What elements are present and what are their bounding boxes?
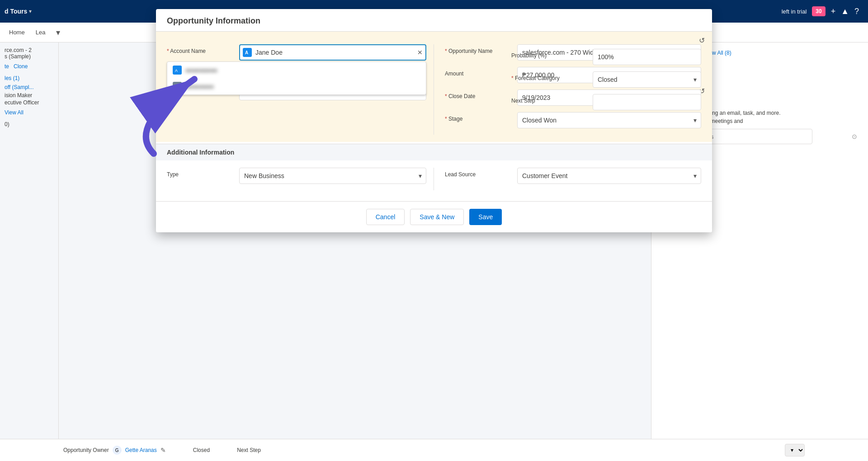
probability-input-wrap (593, 49, 701, 65)
additional-section-wrap: Additional Information Type New Business… (167, 144, 701, 194)
cancel-button[interactable]: Cancel (366, 209, 405, 225)
forecast-label: Forecast Category (511, 71, 593, 81)
type-input-wrap: New Business --None-- Existing Business (239, 168, 426, 184)
probability-label: Probability (%) (511, 49, 593, 59)
stage-label: Stage (445, 112, 517, 122)
forecast-select-wrap: Closed Omitted Pipeline Best Case Commit (593, 71, 701, 88)
dropdown-item-text-1: ●●●●●●●●● (185, 67, 217, 74)
dropdown-item-icon-1: A (173, 66, 182, 75)
reset-icon-top[interactable]: ↺ (699, 36, 705, 45)
account-type-icon: A (243, 48, 252, 57)
additional-col-right: Lead Source Customer Event --None-- Web … (434, 168, 701, 190)
type-select-wrap: New Business --None-- Existing Business (239, 168, 426, 184)
modal-backdrop: Opportunity Information ↺ Account Name (0, 0, 868, 461)
additional-col-left: Type New Business --None-- Existing Busi… (167, 168, 434, 190)
field-row-forecast: Forecast Category Closed Omitted Pipelin… (511, 71, 701, 88)
dropdown-item-2[interactable]: ⏱ ●●●●●●●● (167, 78, 426, 94)
lead-source-label: Lead Source (445, 168, 517, 178)
forecast-select[interactable]: Closed Omitted Pipeline Best Case Commit (593, 71, 701, 88)
form-col-left: Account Name A ✕ (167, 44, 434, 135)
close-date-label: Close Date (445, 89, 517, 99)
account-name-input[interactable] (239, 44, 426, 61)
account-name-field-wrap: A ✕ (239, 44, 426, 61)
field-row-type: Type New Business --None-- Existing Busi… (167, 168, 426, 184)
next-step-label: Next Step (511, 94, 593, 104)
field-row-next-step: Next Step (511, 94, 701, 110)
amount-label: Amount (445, 67, 517, 77)
opp-name-label: Opportunity Name (445, 44, 517, 54)
modal-title: Opportunity Information (167, 16, 260, 25)
account-dropdown: A ●●●●●●●●● ⏱ ●●●●●●●● (167, 61, 426, 95)
svg-text:⏱: ⏱ (175, 85, 179, 89)
save-new-button[interactable]: Save & New (410, 209, 464, 225)
save-button[interactable]: Save (469, 209, 502, 225)
lead-source-select[interactable]: Customer Event --None-- Web Phone Inquir… (517, 168, 701, 184)
modal-footer: Cancel Save & New Save (156, 201, 712, 232)
field-row-lead-source: Lead Source Customer Event --None-- Web … (445, 168, 701, 184)
probability-input[interactable] (593, 49, 701, 65)
additional-grid: Type New Business --None-- Existing Busi… (167, 160, 701, 194)
account-name-label: Account Name (167, 44, 239, 54)
dropdown-item-1[interactable]: A ●●●●●●●●● (167, 62, 426, 78)
modal-body: ↺ Account Name A (156, 32, 712, 201)
modal-dialog: Opportunity Information ↺ Account Name (156, 9, 712, 232)
lead-source-select-wrap: Customer Event --None-- Web Phone Inquir… (517, 168, 701, 184)
type-label: Type (167, 168, 239, 178)
lead-source-input-wrap: Customer Event --None-- Web Phone Inquir… (517, 168, 701, 184)
next-step-input-wrap (593, 94, 701, 110)
field-row-probability: Probability (%) (511, 49, 701, 65)
dropdown-item-text-2: ●●●●●●●● (185, 83, 214, 90)
right-fields-panel: Probability (%) Forecast Category Closed… (511, 49, 701, 117)
modal-header: Opportunity Information (156, 9, 712, 32)
account-clear-icon[interactable]: ✕ (417, 49, 423, 56)
svg-text:A: A (175, 68, 178, 73)
forecast-input-wrap: Closed Omitted Pipeline Best Case Commit (593, 71, 701, 88)
type-select[interactable]: New Business --None-- Existing Business (239, 168, 426, 184)
account-name-input-wrap: A ✕ A (239, 44, 426, 61)
additional-section-header: Additional Information (156, 144, 712, 160)
dropdown-item-icon-2: ⏱ (173, 82, 182, 91)
next-step-input[interactable] (593, 94, 701, 110)
svg-text:A: A (245, 50, 248, 55)
field-row-account-name: Account Name A ✕ (167, 44, 426, 61)
